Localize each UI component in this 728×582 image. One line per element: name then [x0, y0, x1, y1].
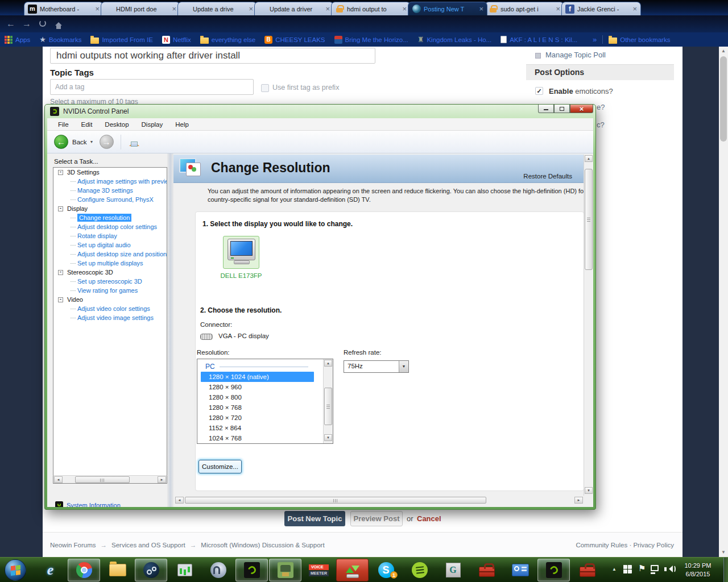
home-button[interactable]	[128, 136, 140, 148]
taskbar-button-internet-explorer[interactable]: e	[34, 559, 67, 581]
taskbar-button-toolbox-2[interactable]	[571, 559, 603, 581]
taskbar-button-driver-updater[interactable]	[336, 559, 369, 581]
tree-collapse-icon[interactable]: -	[58, 170, 63, 175]
tree-collapse-icon[interactable]: -	[58, 270, 63, 275]
bookmark-everything-else[interactable]: everything else	[200, 36, 255, 44]
tree-item-adjust-video-image-settings[interactable]: Adjust video image settings	[53, 313, 167, 322]
topic-title-input[interactable]	[50, 48, 375, 64]
taskbar-button-display-settings[interactable]	[504, 559, 536, 581]
forward-icon[interactable]: →	[20, 18, 33, 30]
tab-motherboard[interactable]: mMotherboard - ×	[24, 2, 104, 15]
scroll-up-icon[interactable]: ▲	[719, 47, 728, 56]
tree-item-adjust-desktop-size-and-position[interactable]: Adjust desktop size and position	[53, 250, 167, 259]
scroll-down-icon[interactable]: ▼	[324, 434, 332, 441]
bookmark-akf-aliens[interactable]: AKF : A L I E N S : Kil...	[500, 36, 577, 43]
manage-topic-poll-link[interactable]: Manage Topic Poll	[545, 51, 606, 59]
tree-item-configure-surround-physx[interactable]: Configure Surround, PhysX	[53, 195, 167, 204]
cancel-link[interactable]: Cancel	[417, 514, 441, 523]
breadcrumb[interactable]: Neowin Forums→Services and OS Support→Mi…	[50, 542, 325, 548]
resolution-option[interactable]: 1024 × 768	[197, 433, 323, 443]
tree-item-set-up-digital-audio[interactable]: Set up digital audio	[53, 240, 167, 250]
menu-display[interactable]: Display	[135, 121, 169, 128]
taskbar-button-geforce-experience[interactable]	[537, 559, 570, 581]
scrollbar-thumb[interactable]	[585, 169, 593, 270]
nvidia-maximize-button[interactable]	[554, 105, 570, 113]
taskbar-button-creative[interactable]: G	[437, 559, 469, 581]
menu-help[interactable]: Help	[169, 121, 195, 128]
customize-button[interactable]: Customize...	[198, 460, 242, 473]
tree-item-change-resolution[interactable]: Change resolution	[53, 213, 167, 222]
tree-group-3d-settings[interactable]: -3D Settings	[53, 168, 167, 177]
community-rules-link[interactable]: Community Rules	[576, 542, 627, 548]
tab-update-a-driver[interactable]: Update a driver×	[254, 2, 334, 15]
scrollbar-thumb[interactable]	[75, 476, 130, 483]
tab-close-icon[interactable]: ×	[95, 5, 100, 13]
tree-group-stereoscopic-3d[interactable]: -Stereoscopic 3D	[53, 268, 167, 277]
tab-close-icon[interactable]: ×	[172, 5, 176, 13]
menu-file[interactable]: File	[52, 121, 75, 128]
pane-splitter[interactable]	[167, 153, 173, 507]
bookmark-apps[interactable]: Apps	[5, 36, 30, 44]
page-scrollbar[interactable]: ▲ ▼	[719, 47, 728, 557]
tab-close-icon[interactable]: ×	[632, 5, 637, 13]
tree-item-adjust-image-settings-with-preview[interactable]: Adjust image settings with preview	[53, 177, 167, 186]
tree-item-adjust-video-color-settings[interactable]: Adjust video color settings	[53, 304, 167, 313]
action-center-flag-icon[interactable]: ⚑	[638, 563, 646, 573]
content-hscrollbar[interactable]: ◄ ►	[175, 496, 584, 504]
taskbar-button-hardware-monitor[interactable]	[168, 559, 201, 581]
taskbar-button-chrome[interactable]	[68, 559, 100, 581]
back-dropdown-icon[interactable]: ▼	[90, 140, 94, 144]
restore-defaults-link[interactable]: Restore Defaults	[523, 173, 572, 180]
scroll-up-icon[interactable]: ▲	[324, 360, 332, 367]
network-tray-icon[interactable]	[651, 565, 659, 571]
tree-hscrollbar[interactable]: ◄ ►	[53, 475, 167, 484]
chevron-down-icon[interactable]: ▼	[399, 361, 408, 372]
tab-close-icon[interactable]: ×	[249, 5, 253, 13]
taskbar-button-nvidia-control-panel[interactable]	[235, 559, 268, 581]
resolution-option[interactable]: 1280 × 800	[197, 392, 323, 402]
resolution-option[interactable]: 1280 × 960	[197, 382, 323, 392]
tab-hdmi-output-to[interactable]: hdmi output to×	[331, 2, 411, 15]
scroll-right-icon[interactable]: ►	[574, 497, 583, 504]
resolution-option[interactable]: 1152 × 864	[197, 423, 323, 433]
windows-flag-tray-icon[interactable]	[623, 565, 632, 573]
bookmarks-overflow-chevron[interactable]: »	[593, 35, 597, 44]
taskbar-button-skype[interactable]: S1	[370, 559, 402, 581]
enable-emoticons-checkbox[interactable]: ✓	[535, 87, 543, 95]
tab-close-icon[interactable]: ×	[556, 5, 560, 13]
scrollbar-thumb[interactable]	[720, 56, 727, 142]
taskbar-button-spotify[interactable]	[403, 559, 436, 581]
resolution-option[interactable]: 1280 × 720	[197, 413, 323, 423]
resolution-listbox[interactable]: PC 728 × 582 (native)1280 × 9601280 × …	[197, 359, 333, 444]
tab-posting-new-topic[interactable]: Posting New T×	[408, 2, 487, 15]
tree-item-adjust-desktop-color-settings[interactable]: Adjust desktop color settings	[53, 222, 167, 231]
bookmark-cheesy-leaks[interactable]: BCHEESY LEAKS	[264, 36, 325, 44]
add-tag-input[interactable]	[50, 79, 254, 95]
refresh-icon[interactable]	[36, 20, 49, 27]
bookmark-netflix[interactable]: NNetflix	[162, 36, 191, 44]
tree-collapse-icon[interactable]: -	[58, 206, 63, 211]
taskbar-button-steam[interactable]	[135, 559, 167, 581]
bookmark-imported-from-ie[interactable]: Imported From IE	[90, 36, 152, 44]
scroll-right-icon[interactable]: ►	[158, 476, 166, 483]
scroll-down-icon[interactable]: ▼	[585, 487, 593, 494]
tree-item-rotate-display[interactable]: Rotate display	[53, 231, 167, 240]
scroll-up-icon[interactable]: ▲	[585, 155, 593, 162]
show-desktop-button[interactable]	[723, 558, 728, 582]
tab-close-icon[interactable]: ×	[479, 5, 483, 13]
tree-collapse-icon[interactable]: -	[58, 297, 63, 302]
tree-item-view-rating-for-games[interactable]: View rating for games	[53, 286, 167, 295]
tab-sudo-apt-get[interactable]: sudo apt-get i×	[485, 2, 564, 15]
nvidia-close-button[interactable]: ×	[570, 105, 593, 113]
tab-close-icon[interactable]: ×	[325, 5, 330, 13]
tree-group-display[interactable]: -Display	[53, 204, 167, 213]
resolution-option[interactable]: 1280 × 768	[197, 402, 323, 413]
tab-jackie-grenci[interactable]: fJackie Grenci - ×	[561, 2, 641, 15]
system-information-link[interactable]: System Information	[55, 501, 121, 507]
back-button[interactable]: ←	[54, 135, 68, 149]
home-icon[interactable]	[52, 19, 65, 29]
tree-item-set-up-multiple-displays[interactable]: Set up multiple displays	[53, 259, 167, 268]
refresh-rate-dropdown[interactable]: 75Hz ▼	[344, 360, 409, 373]
tab-close-icon[interactable]: ×	[402, 5, 407, 13]
clock[interactable]: 10:29 PM 6/8/2015	[679, 562, 717, 579]
